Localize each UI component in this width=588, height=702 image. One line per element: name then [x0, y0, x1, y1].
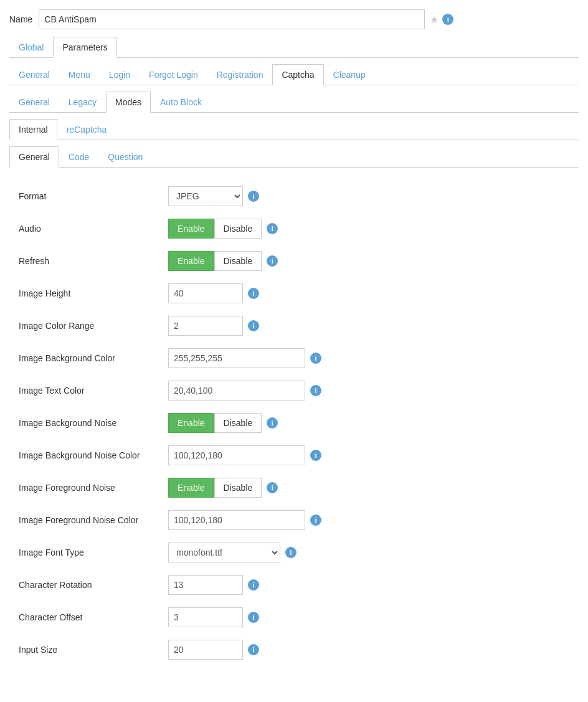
- input-size-row: Input Size i: [9, 633, 579, 666]
- image-background-noise-color-row: Image Background Noise Color i: [9, 439, 579, 472]
- tab-bar-level3: General Legacy Modes Auto Block: [9, 92, 579, 113]
- image-height-label: Image Height: [19, 288, 168, 298]
- audio-info-icon[interactable]: i: [267, 223, 278, 234]
- character-rotation-row: Character Rotation i: [9, 569, 579, 601]
- image-foreground-noise-color-info-icon[interactable]: i: [310, 515, 321, 526]
- image-background-noise-color-label: Image Background Noise Color: [19, 450, 168, 460]
- image-foreground-noise-color-input[interactable]: [168, 510, 305, 530]
- tab-menu[interactable]: Menu: [59, 64, 100, 85]
- image-foreground-noise-color-control: i: [168, 510, 321, 530]
- refresh-label: Refresh: [19, 256, 168, 266]
- image-color-range-input[interactable]: [168, 316, 243, 336]
- refresh-info-icon[interactable]: i: [267, 255, 278, 267]
- audio-enable-button[interactable]: Enable: [168, 219, 214, 239]
- image-background-noise-toggle-group: Enable Disable: [168, 413, 262, 433]
- character-rotation-info-icon[interactable]: i: [248, 579, 259, 591]
- tab-parameters[interactable]: Parameters: [53, 37, 116, 58]
- tab-registration[interactable]: Registration: [207, 64, 273, 85]
- star-icon[interactable]: ★: [430, 14, 439, 26]
- image-background-color-label: Image Background Color: [19, 353, 168, 363]
- image-text-color-info-icon[interactable]: i: [310, 385, 321, 396]
- tab-forgot-login[interactable]: Forgot Login: [140, 64, 207, 85]
- image-text-color-label: Image Text Color: [19, 386, 168, 396]
- image-height-info-icon[interactable]: i: [248, 288, 259, 299]
- image-foreground-noise-enable-button[interactable]: Enable: [168, 478, 214, 498]
- refresh-toggle-group: Enable Disable: [168, 251, 262, 271]
- tab-internal[interactable]: Internal: [9, 119, 57, 140]
- tab-bar-level2: General Menu Login Forgot Login Registra…: [9, 64, 579, 85]
- image-font-type-row: Image Font Type monofont.ttf i: [9, 536, 579, 569]
- image-foreground-noise-disable-button[interactable]: Disable: [214, 478, 262, 498]
- tab-bar-level5: General Code Question: [9, 146, 579, 168]
- name-input[interactable]: [39, 9, 425, 29]
- format-label: Format: [19, 191, 168, 201]
- image-height-row: Image Height i: [9, 277, 579, 310]
- image-height-control: i: [168, 283, 259, 303]
- refresh-disable-button[interactable]: Disable: [214, 251, 262, 271]
- character-offset-input[interactable]: [168, 607, 243, 627]
- image-color-range-control: i: [168, 316, 259, 336]
- image-background-color-control: i: [168, 348, 321, 368]
- image-text-color-row: Image Text Color i: [9, 374, 579, 407]
- refresh-enable-button[interactable]: Enable: [168, 251, 214, 271]
- tab-recaptcha[interactable]: reCaptcha: [57, 119, 116, 140]
- image-background-noise-enable-button[interactable]: Enable: [168, 413, 214, 433]
- image-height-input[interactable]: [168, 283, 243, 303]
- image-background-noise-row: Image Background Noise Enable Disable i: [9, 407, 579, 439]
- name-label: Name: [9, 14, 32, 24]
- tab-general[interactable]: General: [9, 64, 59, 85]
- tab-modes[interactable]: Modes: [106, 92, 151, 113]
- image-font-type-label: Image Font Type: [19, 548, 168, 557]
- input-size-info-icon[interactable]: i: [248, 644, 259, 655]
- tab-general3[interactable]: General: [9, 92, 59, 113]
- audio-row: Audio Enable Disable i: [9, 212, 579, 245]
- image-color-range-row: Image Color Range i: [9, 310, 579, 342]
- tab-general5[interactable]: General: [9, 146, 59, 168]
- form-section: Format JPEG PNG GIF i Audio Enable Disab…: [9, 174, 579, 672]
- character-rotation-input[interactable]: [168, 575, 243, 595]
- image-font-type-info-icon[interactable]: i: [285, 547, 296, 558]
- tab-code[interactable]: Code: [59, 146, 98, 168]
- image-text-color-input[interactable]: [168, 381, 305, 401]
- audio-label: Audio: [19, 224, 168, 234]
- image-background-noise-disable-button[interactable]: Disable: [214, 413, 262, 433]
- character-rotation-label: Character Rotation: [19, 580, 168, 590]
- format-info-icon[interactable]: i: [248, 191, 259, 202]
- image-foreground-noise-row: Image Foreground Noise Enable Disable i: [9, 472, 579, 504]
- audio-disable-button[interactable]: Disable: [214, 219, 262, 239]
- image-background-noise-label: Image Background Noise: [19, 418, 168, 428]
- character-offset-info-icon[interactable]: i: [248, 612, 259, 623]
- tab-bar-level1: Global Parameters: [9, 37, 579, 58]
- image-background-color-info-icon[interactable]: i: [310, 353, 321, 364]
- tab-captcha[interactable]: Captcha: [272, 64, 323, 85]
- tab-auto-block[interactable]: Auto Block: [151, 92, 211, 113]
- image-background-noise-info-icon[interactable]: i: [267, 417, 278, 429]
- character-rotation-control: i: [168, 575, 259, 595]
- image-foreground-noise-label: Image Foreground Noise: [19, 483, 168, 493]
- image-background-noise-color-input[interactable]: [168, 445, 305, 465]
- image-color-range-info-icon[interactable]: i: [248, 320, 259, 331]
- image-foreground-noise-toggle-group: Enable Disable: [168, 478, 262, 498]
- image-background-color-input[interactable]: [168, 348, 305, 368]
- character-offset-row: Character Offset i: [9, 601, 579, 633]
- image-foreground-noise-control: Enable Disable i: [168, 478, 278, 498]
- tab-cleanup[interactable]: Cleanup: [324, 64, 375, 85]
- input-size-input[interactable]: [168, 640, 243, 660]
- format-select[interactable]: JPEG PNG GIF: [168, 186, 243, 206]
- image-background-noise-color-info-icon[interactable]: i: [310, 450, 321, 461]
- image-font-type-select[interactable]: monofont.ttf: [168, 543, 280, 562]
- tab-question[interactable]: Question: [98, 146, 152, 168]
- image-text-color-control: i: [168, 381, 321, 401]
- image-foreground-noise-info-icon[interactable]: i: [267, 482, 278, 493]
- refresh-row: Refresh Enable Disable i: [9, 245, 579, 277]
- image-background-color-row: Image Background Color i: [9, 342, 579, 374]
- tab-global[interactable]: Global: [9, 37, 53, 58]
- format-row: Format JPEG PNG GIF i: [9, 180, 579, 212]
- image-font-type-control: monofont.ttf i: [168, 543, 296, 562]
- name-info-icon[interactable]: i: [442, 14, 453, 25]
- tab-legacy[interactable]: Legacy: [59, 92, 106, 113]
- image-background-noise-control: Enable Disable i: [168, 413, 278, 433]
- image-foreground-noise-color-label: Image Foreground Noise Color: [19, 515, 168, 525]
- image-background-noise-color-control: i: [168, 445, 321, 465]
- tab-login[interactable]: Login: [100, 64, 140, 85]
